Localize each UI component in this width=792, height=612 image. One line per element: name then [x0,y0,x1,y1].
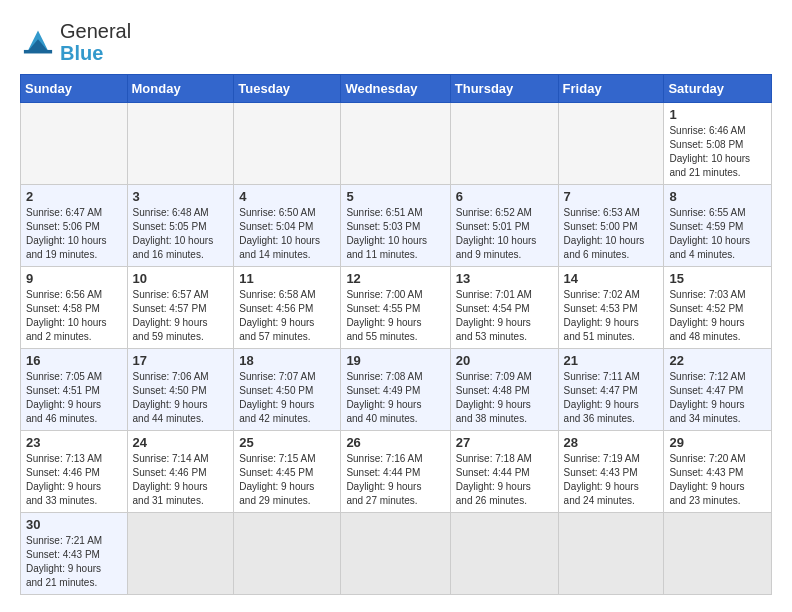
day-number: 28 [564,435,659,450]
calendar-cell: 22Sunrise: 7:12 AM Sunset: 4:47 PM Dayli… [664,349,772,431]
weekday-header-friday: Friday [558,75,664,103]
calendar-cell: 21Sunrise: 7:11 AM Sunset: 4:47 PM Dayli… [558,349,664,431]
day-number: 5 [346,189,444,204]
day-number: 22 [669,353,766,368]
calendar-cell: 13Sunrise: 7:01 AM Sunset: 4:54 PM Dayli… [450,267,558,349]
day-number: 14 [564,271,659,286]
day-info: Sunrise: 7:02 AM Sunset: 4:53 PM Dayligh… [564,288,659,344]
calendar-cell: 30Sunrise: 7:21 AM Sunset: 4:43 PM Dayli… [21,513,128,595]
calendar-cell [234,513,341,595]
calendar-cell: 11Sunrise: 6:58 AM Sunset: 4:56 PM Dayli… [234,267,341,349]
calendar-cell: 23Sunrise: 7:13 AM Sunset: 4:46 PM Dayli… [21,431,128,513]
day-info: Sunrise: 6:47 AM Sunset: 5:06 PM Dayligh… [26,206,122,262]
calendar-cell: 17Sunrise: 7:06 AM Sunset: 4:50 PM Dayli… [127,349,234,431]
calendar-cell [341,103,450,185]
calendar-cell: 25Sunrise: 7:15 AM Sunset: 4:45 PM Dayli… [234,431,341,513]
calendar-cell: 15Sunrise: 7:03 AM Sunset: 4:52 PM Dayli… [664,267,772,349]
day-number: 13 [456,271,553,286]
day-number: 4 [239,189,335,204]
day-number: 18 [239,353,335,368]
day-number: 15 [669,271,766,286]
day-info: Sunrise: 7:00 AM Sunset: 4:55 PM Dayligh… [346,288,444,344]
day-number: 6 [456,189,553,204]
day-number: 1 [669,107,766,122]
day-number: 11 [239,271,335,286]
calendar-cell [21,103,128,185]
calendar-cell: 24Sunrise: 7:14 AM Sunset: 4:46 PM Dayli… [127,431,234,513]
calendar-cell: 29Sunrise: 7:20 AM Sunset: 4:43 PM Dayli… [664,431,772,513]
calendar: SundayMondayTuesdayWednesdayThursdayFrid… [20,74,772,595]
logo: General Blue [20,20,131,64]
day-info: Sunrise: 7:03 AM Sunset: 4:52 PM Dayligh… [669,288,766,344]
week-row-3: 9Sunrise: 6:56 AM Sunset: 4:58 PM Daylig… [21,267,772,349]
day-number: 27 [456,435,553,450]
calendar-cell: 5Sunrise: 6:51 AM Sunset: 5:03 PM Daylig… [341,185,450,267]
day-number: 2 [26,189,122,204]
day-info: Sunrise: 6:46 AM Sunset: 5:08 PM Dayligh… [669,124,766,180]
day-number: 9 [26,271,122,286]
calendar-cell: 3Sunrise: 6:48 AM Sunset: 5:05 PM Daylig… [127,185,234,267]
day-info: Sunrise: 7:20 AM Sunset: 4:43 PM Dayligh… [669,452,766,508]
calendar-cell [558,103,664,185]
calendar-cell: 27Sunrise: 7:18 AM Sunset: 4:44 PM Dayli… [450,431,558,513]
calendar-cell: 18Sunrise: 7:07 AM Sunset: 4:50 PM Dayli… [234,349,341,431]
logo-icon [20,27,56,57]
day-info: Sunrise: 7:08 AM Sunset: 4:49 PM Dayligh… [346,370,444,426]
weekday-header-wednesday: Wednesday [341,75,450,103]
day-info: Sunrise: 7:06 AM Sunset: 4:50 PM Dayligh… [133,370,229,426]
calendar-cell: 4Sunrise: 6:50 AM Sunset: 5:04 PM Daylig… [234,185,341,267]
day-info: Sunrise: 7:14 AM Sunset: 4:46 PM Dayligh… [133,452,229,508]
header: General Blue [20,20,772,64]
weekday-header-sunday: Sunday [21,75,128,103]
day-info: Sunrise: 6:48 AM Sunset: 5:05 PM Dayligh… [133,206,229,262]
calendar-cell: 7Sunrise: 6:53 AM Sunset: 5:00 PM Daylig… [558,185,664,267]
day-info: Sunrise: 6:58 AM Sunset: 4:56 PM Dayligh… [239,288,335,344]
weekday-header-tuesday: Tuesday [234,75,341,103]
day-info: Sunrise: 6:50 AM Sunset: 5:04 PM Dayligh… [239,206,335,262]
week-row-4: 16Sunrise: 7:05 AM Sunset: 4:51 PM Dayli… [21,349,772,431]
day-info: Sunrise: 7:12 AM Sunset: 4:47 PM Dayligh… [669,370,766,426]
calendar-cell: 26Sunrise: 7:16 AM Sunset: 4:44 PM Dayli… [341,431,450,513]
calendar-cell: 8Sunrise: 6:55 AM Sunset: 4:59 PM Daylig… [664,185,772,267]
calendar-cell [450,103,558,185]
day-info: Sunrise: 6:56 AM Sunset: 4:58 PM Dayligh… [26,288,122,344]
calendar-cell: 12Sunrise: 7:00 AM Sunset: 4:55 PM Dayli… [341,267,450,349]
calendar-cell [341,513,450,595]
calendar-cell: 28Sunrise: 7:19 AM Sunset: 4:43 PM Dayli… [558,431,664,513]
day-info: Sunrise: 6:53 AM Sunset: 5:00 PM Dayligh… [564,206,659,262]
logo-text: General Blue [60,20,131,64]
day-info: Sunrise: 7:09 AM Sunset: 4:48 PM Dayligh… [456,370,553,426]
day-number: 10 [133,271,229,286]
calendar-cell [127,103,234,185]
day-info: Sunrise: 7:01 AM Sunset: 4:54 PM Dayligh… [456,288,553,344]
svg-rect-2 [24,50,52,54]
calendar-cell [450,513,558,595]
day-number: 17 [133,353,229,368]
day-number: 21 [564,353,659,368]
day-info: Sunrise: 6:57 AM Sunset: 4:57 PM Dayligh… [133,288,229,344]
day-number: 20 [456,353,553,368]
day-info: Sunrise: 7:15 AM Sunset: 4:45 PM Dayligh… [239,452,335,508]
week-row-5: 23Sunrise: 7:13 AM Sunset: 4:46 PM Dayli… [21,431,772,513]
day-number: 8 [669,189,766,204]
page: General Blue SundayMondayTuesdayWednesda… [0,0,792,605]
calendar-cell: 6Sunrise: 6:52 AM Sunset: 5:01 PM Daylig… [450,185,558,267]
day-info: Sunrise: 7:13 AM Sunset: 4:46 PM Dayligh… [26,452,122,508]
week-row-6: 30Sunrise: 7:21 AM Sunset: 4:43 PM Dayli… [21,513,772,595]
calendar-cell: 1Sunrise: 6:46 AM Sunset: 5:08 PM Daylig… [664,103,772,185]
day-info: Sunrise: 7:19 AM Sunset: 4:43 PM Dayligh… [564,452,659,508]
day-number: 16 [26,353,122,368]
calendar-cell: 14Sunrise: 7:02 AM Sunset: 4:53 PM Dayli… [558,267,664,349]
day-info: Sunrise: 6:51 AM Sunset: 5:03 PM Dayligh… [346,206,444,262]
day-info: Sunrise: 7:16 AM Sunset: 4:44 PM Dayligh… [346,452,444,508]
day-number: 12 [346,271,444,286]
calendar-cell: 9Sunrise: 6:56 AM Sunset: 4:58 PM Daylig… [21,267,128,349]
day-info: Sunrise: 7:11 AM Sunset: 4:47 PM Dayligh… [564,370,659,426]
calendar-cell [127,513,234,595]
calendar-cell [558,513,664,595]
day-info: Sunrise: 7:07 AM Sunset: 4:50 PM Dayligh… [239,370,335,426]
calendar-cell: 16Sunrise: 7:05 AM Sunset: 4:51 PM Dayli… [21,349,128,431]
calendar-cell: 20Sunrise: 7:09 AM Sunset: 4:48 PM Dayli… [450,349,558,431]
calendar-cell: 10Sunrise: 6:57 AM Sunset: 4:57 PM Dayli… [127,267,234,349]
day-number: 29 [669,435,766,450]
